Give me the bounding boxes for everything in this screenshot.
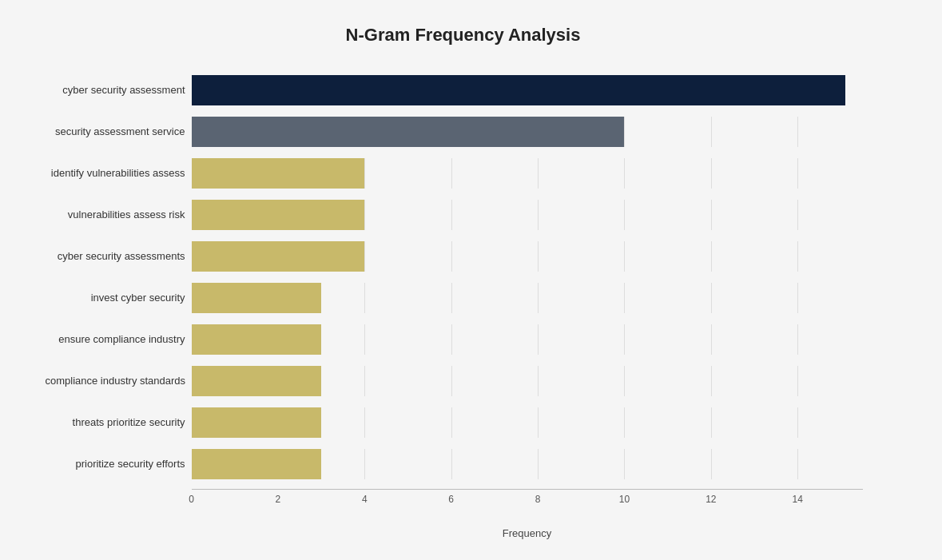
grid-line [364,200,365,230]
grid-line [624,283,625,313]
bar-row: identify vulnerabilities assess [192,153,863,194]
x-axis: 02468101214 [192,489,863,505]
grid-line [364,241,365,272]
bar-row: ensure compliance industry [192,319,863,360]
bar-row: prioritize security efforts [192,443,863,485]
bar-label: identify vulnerabilities assess [46,167,185,179]
bar-fill [192,449,322,479]
x-tick: 2 [276,494,281,505]
bar-fill [192,283,322,313]
bar-track [192,449,863,479]
bar-fill [192,158,365,189]
bar-row: vulnerabilities assess risk [192,194,863,236]
bar-track [192,200,863,230]
bar-fill [192,324,322,355]
x-tick: 0 [189,494,194,505]
x-tick: 6 [448,494,454,505]
grid-line [624,366,625,396]
grid-line [711,158,712,189]
grid-line [797,449,798,479]
bar-row: cyber security assessments [192,236,863,277]
bar-label: vulnerabilities assess risk [46,209,185,220]
grid-line [711,324,712,355]
bar-track [192,158,863,189]
grid-line [364,407,365,438]
bar-track [192,366,863,396]
grid-line [364,449,365,479]
grid-line [711,283,712,313]
bar-label: prioritize security efforts [46,458,185,470]
grid-line [797,241,798,272]
x-tick: 10 [619,494,630,505]
grid-line [451,366,452,396]
grid-line [797,158,798,189]
grid-line [538,200,539,230]
chart-area: cyber security assessmentsecurity assess… [192,70,863,485]
grid-line [538,407,539,438]
bar-track [192,75,863,105]
grid-line [451,449,452,479]
grid-line [364,283,365,313]
grid-line [624,324,625,355]
bars-wrapper: cyber security assessmentsecurity assess… [48,70,879,539]
grid-line [538,366,539,396]
grid-line [624,200,625,230]
grid-line [624,407,625,438]
grid-line [797,324,798,355]
grid-line [797,200,798,230]
bar-fill [192,75,845,105]
grid-line [797,407,798,438]
grid-line [711,366,712,396]
grid-line [538,158,539,189]
bar-label: cyber security assessments [46,250,185,262]
grid-line [711,407,712,438]
grid-line [451,241,452,272]
bar-label: ensure compliance industry [46,333,185,345]
bar-row: cyber security assessment [192,70,863,111]
bar-label: compliance industry standards [46,375,185,387]
bar-track [192,241,863,272]
grid-line [711,449,712,479]
x-tick: 4 [362,494,368,505]
x-axis-label: Frequency [192,527,863,539]
grid-line [797,366,798,396]
bar-fill [192,366,322,396]
grid-line [451,283,452,313]
grid-line [538,241,539,272]
x-tick: 12 [706,494,716,505]
chart-container: N-Gram Frequency Analysis cyber security… [32,9,911,552]
grid-line [451,324,452,355]
grid-line [624,158,625,189]
x-tick: 8 [535,494,541,505]
grid-line [711,200,712,230]
bar-track [192,324,863,355]
bar-track [192,407,863,438]
grid-line [364,158,365,189]
bar-label: security assessment service [46,125,185,137]
grid-line [624,241,625,272]
bar-track [192,283,863,313]
bar-label: cyber security assessment [46,84,185,96]
bar-row: security assessment service [192,111,863,153]
grid-line [797,117,798,147]
grid-line [797,283,798,313]
grid-line [538,449,539,479]
x-tick: 14 [793,494,803,505]
bar-fill [192,407,322,438]
bar-row: invest cyber security [192,277,863,319]
grid-line [451,407,452,438]
bar-row: threats prioritize security [192,402,863,443]
bar-label: threats prioritize security [46,416,185,428]
grid-line [624,449,625,479]
grid-line [451,158,452,189]
grid-line [364,366,365,396]
grid-line [538,283,539,313]
bar-label: invest cyber security [46,292,185,304]
grid-line [624,117,625,147]
bar-track [192,117,863,147]
grid-line [451,200,452,230]
grid-line [538,324,539,355]
bar-fill [192,241,365,272]
bar-fill [192,200,365,230]
bar-row: compliance industry standards [192,360,863,402]
